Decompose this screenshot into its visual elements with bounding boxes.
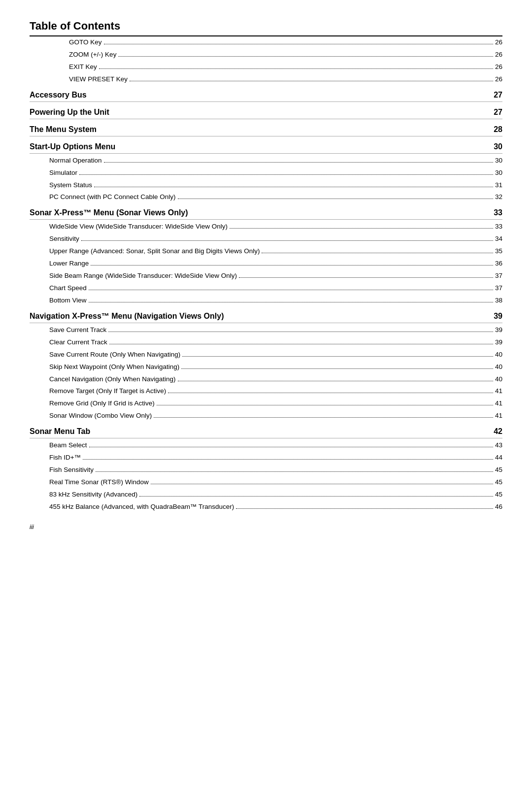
toc-page: 30 <box>495 156 502 166</box>
toc-entry: ZOOM (+/-) Key 26 <box>49 49 502 61</box>
section-header-row: Accessory Bus 27 <box>30 86 502 102</box>
toc-entry-text: Sensitivity <box>49 234 79 244</box>
toc-page: 33 <box>495 222 502 232</box>
toc-dots <box>151 484 493 484</box>
toc-entry-text: Save Current Track <box>49 325 106 335</box>
section-page: 42 <box>488 427 502 436</box>
toc-page: 39 <box>495 325 502 335</box>
section-header-row: Navigation X-Press™ Menu (Navigation Vie… <box>30 307 502 323</box>
toc-entry: EXIT Key 26 <box>49 61 502 73</box>
toc-dots <box>104 44 493 44</box>
toc-page: 38 <box>495 296 502 306</box>
toc-dots <box>81 240 493 241</box>
toc-page: 37 <box>495 271 502 281</box>
toc-page: 39 <box>495 337 502 348</box>
toc-dots <box>154 417 493 418</box>
toc-entry: Fish Sensitivity 45 <box>30 464 502 476</box>
toc-page: 40 <box>495 374 502 385</box>
toc-entry-text: Bottom View <box>49 296 87 306</box>
toc-dots <box>89 290 493 290</box>
toc-page: 32 <box>495 192 502 202</box>
toc-entry: Bottom View 38 <box>30 295 502 307</box>
standalone-entries-group: GOTO Key 26 ZOOM (+/-) Key 26 EXIT Key 2… <box>30 36 502 86</box>
toc-entry-text: VIEW PRESET Key <box>69 74 128 85</box>
toc-page: 45 <box>495 477 502 488</box>
toc-dots <box>139 496 493 497</box>
toc-entry: PC Connect (with PC Connect Cable Only) … <box>30 191 502 203</box>
toc-entry: Remove Grid (Only If Grid is Active) 41 <box>30 398 502 410</box>
toc-entry: Normal Operation 30 <box>30 155 502 167</box>
section-title: Start-Up Options Menu <box>30 142 115 151</box>
toc-entry-text: EXIT Key <box>69 62 97 72</box>
toc-entry: GOTO Key 26 <box>49 36 502 49</box>
toc-page: 40 <box>495 362 502 372</box>
page-title: Table of Contents <box>30 20 502 33</box>
toc-entry: Remove Target (Only If Target is Active)… <box>30 385 502 398</box>
toc-entry-text: Chart Speed <box>49 283 87 294</box>
toc-entry: Skip Next Waypoint (Only When Navigating… <box>30 361 502 373</box>
toc-entry: 83 kHz Sensitivity (Advanced) 45 <box>30 489 502 501</box>
section-page: 27 <box>488 108 502 117</box>
section-title: Powering Up the Unit <box>30 108 109 117</box>
toc-dots <box>91 265 493 266</box>
section-page: 39 <box>488 312 502 321</box>
toc-page: 36 <box>495 259 502 269</box>
toc-entry-text: 83 kHz Sensitivity (Advanced) <box>49 490 137 500</box>
toc-entry-text: System Status <box>49 180 92 191</box>
toc-entry-text: Side Beam Range (WideSide Transducer: Wi… <box>49 271 237 281</box>
section-header-row: Sonar Menu Tab 42 <box>30 422 502 438</box>
toc-entry-text: PC Connect (with PC Connect Cable Only) <box>49 192 176 202</box>
toc-entry: Sensitivity 34 <box>30 233 502 245</box>
toc-page: 45 <box>495 490 502 500</box>
section-header-row: The Menu System 28 <box>30 120 502 136</box>
section-page: 30 <box>488 142 502 151</box>
toc-entry: Real Time Sonar (RTS®) Window 45 <box>30 476 502 489</box>
toc-entry-text: GOTO Key <box>69 37 102 48</box>
toc-section: Sonar Menu Tab 42 Beam Select 43 Fish ID… <box>30 422 502 513</box>
toc-dots <box>230 228 493 229</box>
section-page: 27 <box>488 91 502 100</box>
toc-dots <box>178 199 493 199</box>
toc-entry: Lower Range 36 <box>30 258 502 270</box>
toc-dots <box>178 381 493 381</box>
toc-entry-text: Remove Target (Only If Target is Active) <box>49 386 166 397</box>
toc-entry: Beam Select 43 <box>30 439 502 452</box>
toc-entry: VIEW PRESET Key 26 <box>49 73 502 86</box>
toc-dots <box>89 302 493 302</box>
toc-entry-text: Cancel Navigation (Only When Navigating) <box>49 374 176 385</box>
toc-dots <box>118 56 493 57</box>
toc-dots <box>89 447 493 447</box>
toc-entry-text: Upper Range (Advanced: Sonar, Split Sona… <box>49 246 260 257</box>
toc-dots <box>236 508 493 509</box>
toc-entry-text: Simulator <box>49 168 77 178</box>
toc-dots <box>182 356 493 357</box>
toc-entry: Chart Speed 37 <box>30 282 502 295</box>
toc-dots <box>109 344 493 344</box>
toc-dots <box>130 81 493 81</box>
toc-page: 41 <box>495 411 502 421</box>
toc-dots <box>83 459 493 460</box>
toc-section: The Menu System 28 <box>30 120 502 136</box>
toc-entry: Side Beam Range (WideSide Transducer: Wi… <box>30 270 502 282</box>
toc-page: 41 <box>495 386 502 397</box>
toc-dots <box>96 471 493 472</box>
section-title: Sonar X-Press™ Menu (Sonar Views Only) <box>30 208 188 217</box>
section-title: Sonar Menu Tab <box>30 427 90 436</box>
footer: iii <box>30 523 502 531</box>
toc-dots <box>94 187 493 187</box>
toc-container: GOTO Key 26 ZOOM (+/-) Key 26 EXIT Key 2… <box>30 36 502 513</box>
section-header-row: Sonar X-Press™ Menu (Sonar Views Only) 3… <box>30 203 502 220</box>
toc-dots <box>99 68 493 69</box>
toc-entry: WideSide View (WideSide Transducer: Wide… <box>30 221 502 233</box>
toc-entry: 455 kHz Balance (Advanced, with QuadraBe… <box>30 501 502 513</box>
toc-entry-text: Save Current Route (Only When Navigating… <box>49 350 180 360</box>
toc-entry: Sonar Window (Combo View Only) 41 <box>30 410 502 422</box>
toc-dots <box>79 174 493 175</box>
toc-entry: Upper Range (Advanced: Sonar, Split Sona… <box>30 245 502 258</box>
toc-page: 34 <box>495 234 502 244</box>
toc-dots <box>108 332 493 332</box>
toc-entry-text: Real Time Sonar (RTS®) Window <box>49 477 149 488</box>
toc-dots <box>181 368 493 369</box>
toc-entry-text: Skip Next Waypoint (Only When Navigating… <box>49 362 179 372</box>
toc-page: 35 <box>495 246 502 257</box>
